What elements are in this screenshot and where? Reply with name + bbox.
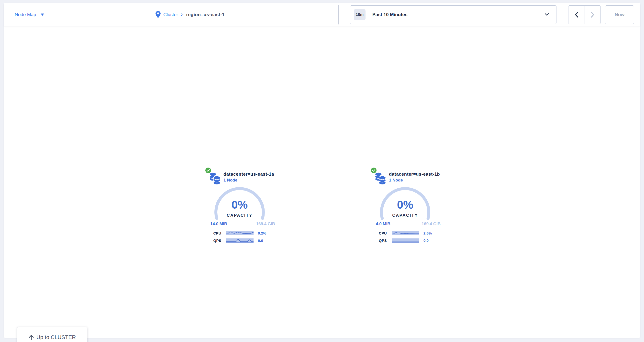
capacity-caption: CAPACITY	[214, 213, 265, 218]
qps-sparkline	[226, 238, 254, 243]
capacity-total: 169.4 GiB	[256, 222, 275, 226]
qps-value: 0.0	[258, 238, 263, 243]
check-circle-icon	[206, 168, 211, 173]
cpu-sparkline	[392, 231, 419, 235]
breadcrumb-current: region=us-east-1	[186, 12, 224, 17]
capacity-percent: 0%	[214, 198, 265, 211]
capacity-total: 169.4 GiB	[422, 222, 441, 226]
chevron-down-icon	[545, 13, 549, 16]
header-bar: Node Map Cluster > region=us-east-1 10m …	[4, 3, 640, 26]
cpu-metric-row: CPU 2.6%	[371, 231, 444, 235]
capacity-percent: 0%	[380, 198, 430, 211]
breadcrumb: Cluster > region=us-east-1	[156, 3, 225, 26]
up-to-cluster-label: Up to CLUSTER	[36, 334, 76, 341]
now-button[interactable]: Now	[605, 5, 634, 24]
qps-metric-row: QPS 0.0	[206, 238, 279, 243]
node-map-canvas: datacenter=us-east-1a 1 Node 0% CAPACITY…	[4, 26, 640, 338]
breadcrumb-separator: >	[181, 12, 183, 17]
view-picker-dropdown[interactable]: Node Map	[15, 3, 44, 26]
capacity-gauge-arc	[380, 187, 430, 237]
qps-sparkline	[392, 238, 419, 243]
up-to-cluster-button[interactable]: Up to CLUSTER	[17, 327, 87, 342]
qps-value: 0.0	[424, 238, 428, 243]
locality-name: datacenter=us-east-1b	[389, 172, 440, 177]
capacity-gauge-arc	[214, 187, 265, 237]
database-stack-icon	[209, 172, 220, 185]
database-stack-icon	[375, 172, 386, 185]
time-step-button-group	[568, 5, 601, 24]
breadcrumb-cluster-link[interactable]: Cluster	[163, 12, 178, 17]
qps-metric-row: QPS 0.0	[371, 238, 444, 243]
locality-node-count: 1 Node	[389, 178, 403, 183]
locality-card-us-east-1a[interactable]: datacenter=us-east-1a 1 Node 0% CAPACITY…	[206, 166, 279, 249]
locality-card-us-east-1b[interactable]: datacenter=us-east-1b 1 Node 0% CAPACITY…	[371, 166, 444, 249]
caret-down-icon	[40, 13, 44, 16]
view-picker-label: Node Map	[15, 12, 36, 17]
cpu-label: CPU	[206, 231, 221, 235]
capacity-range: 4.0 MiB 169.4 GiB	[376, 222, 440, 226]
chevron-right-icon	[591, 12, 594, 17]
qps-label: QPS	[371, 238, 387, 243]
capacity-range: 14.0 MiB 169.4 GiB	[210, 222, 275, 226]
cpu-label: CPU	[371, 231, 387, 235]
chevron-left-icon	[575, 12, 578, 17]
qps-label: QPS	[206, 238, 221, 243]
metric-rows: CPU 2.6% QPS 0.0	[371, 231, 444, 243]
cpu-value: 9.2%	[258, 231, 266, 235]
cpu-metric-row: CPU 9.2%	[206, 231, 279, 235]
check-circle-icon	[371, 168, 376, 173]
capacity-used: 4.0 MiB	[376, 222, 390, 226]
time-range-badge: 10m	[354, 9, 366, 20]
locality-node-count: 1 Node	[224, 178, 238, 183]
capacity-used: 14.0 MiB	[210, 222, 227, 226]
locality-name: datacenter=us-east-1a	[224, 172, 274, 177]
node-map-panel: Node Map Cluster > region=us-east-1 10m …	[4, 3, 640, 338]
cpu-value: 2.6%	[424, 231, 432, 235]
capacity-caption: CAPACITY	[380, 213, 430, 218]
time-controls: 10m Past 10 Minutes Now	[339, 3, 640, 26]
time-range-label: Past 10 Minutes	[372, 12, 545, 17]
cpu-sparkline	[226, 231, 254, 235]
time-range-dropdown[interactable]: 10m Past 10 Minutes	[350, 5, 556, 24]
location-pin-icon	[156, 11, 161, 18]
time-next-button[interactable]	[584, 5, 601, 24]
metric-rows: CPU 9.2% QPS 0.0	[206, 231, 279, 243]
time-prev-button[interactable]	[568, 5, 584, 24]
arrow-up-icon	[28, 335, 34, 340]
